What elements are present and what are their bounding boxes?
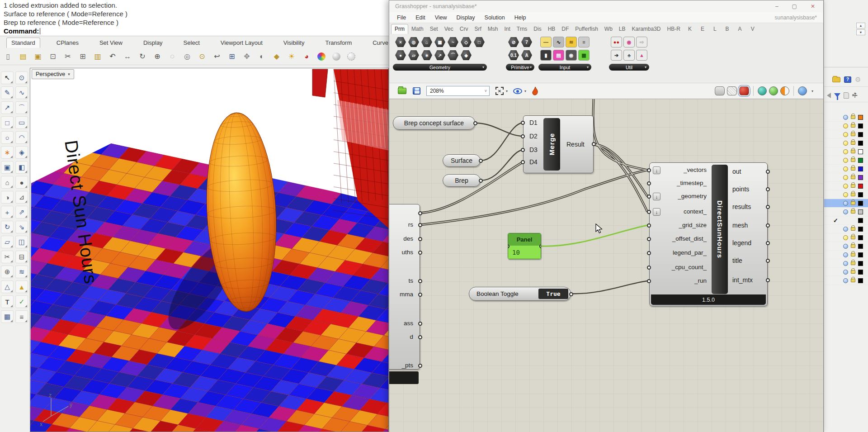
param-mesh-icon[interactable]: ∗ <box>421 50 433 61</box>
output-port[interactable] <box>418 322 422 326</box>
rebuild-icon[interactable]: ≋ <box>15 266 28 278</box>
pan-icon[interactable]: ↔ <box>122 51 133 62</box>
lock-objects-icon[interactable]: ◆ <box>271 51 282 62</box>
toolbar-tab-display[interactable]: Display <box>139 38 167 48</box>
param-circle-icon[interactable]: ◎ <box>408 37 420 47</box>
layer-color-swatch[interactable] <box>858 115 863 120</box>
layer-color-swatch[interactable] <box>858 141 863 146</box>
layer-color-swatch[interactable] <box>858 149 863 154</box>
toolbar-tab-transform[interactable]: Transform <box>321 38 356 48</box>
scroll-down-button[interactable]: ▼ <box>856 29 865 35</box>
display-shaded-icon[interactable] <box>739 86 749 95</box>
layer-row[interactable] <box>824 190 868 199</box>
merge-node[interactable]: Merge Result D1D2D3D4 <box>523 115 594 173</box>
layer-lock-icon[interactable] <box>851 124 855 128</box>
layer-lock-icon[interactable] <box>851 158 855 162</box>
new-layer-icon[interactable] <box>844 92 849 99</box>
relay-dark-icon[interactable]: ➔ <box>611 50 622 61</box>
layer-visibility-bulb-icon[interactable] <box>843 201 848 206</box>
output-port[interactable] <box>418 279 422 283</box>
text-icon[interactable]: T <box>1 295 14 308</box>
gh-tab-df[interactable]: DF <box>558 24 572 34</box>
expand-arrow-icon[interactable]: ↓ <box>653 208 660 216</box>
trim-icon[interactable]: ✂ <box>1 251 14 263</box>
expand-arrow-icon[interactable]: ↓ <box>653 166 660 174</box>
param-twisted-box-icon[interactable]: □ <box>473 37 485 47</box>
layer-row[interactable] <box>824 156 868 165</box>
toolbar-tab-standard[interactable]: Standard <box>6 38 40 48</box>
toolbar-tab-select[interactable]: Select <box>179 38 204 48</box>
input-port[interactable] <box>647 168 651 172</box>
layer-lock-icon[interactable] <box>851 115 855 119</box>
sphere-icon[interactable]: ● <box>15 176 28 189</box>
plane-icon[interactable]: ▭ <box>15 116 28 129</box>
gh-tab-crv[interactable]: Crv <box>457 24 472 34</box>
layer-row[interactable] <box>824 182 868 190</box>
direct-sun-hours-node[interactable]: DirectSunHours _vectors↓_timestep__geome… <box>649 162 768 306</box>
output-port[interactable] <box>766 187 770 191</box>
layer-row[interactable] <box>824 208 868 216</box>
back-icon[interactable] <box>827 93 831 98</box>
data-dam-icon[interactable]: ◉ <box>623 37 635 47</box>
layer-visibility-bulb-icon[interactable] <box>843 115 848 120</box>
layer-visibility-bulb-icon[interactable] <box>843 209 848 214</box>
output-port[interactable] <box>418 223 422 227</box>
gh-tab-e[interactable]: E <box>696 24 709 34</box>
layer-row[interactable] <box>824 173 868 182</box>
layer-color-swatch[interactable] <box>858 235 863 240</box>
param-number-icon[interactable]: 7 <box>521 37 533 47</box>
output-port[interactable] <box>766 170 770 174</box>
gh-tab-lb[interactable]: LB <box>616 24 629 34</box>
layer-color-swatch[interactable] <box>858 175 863 180</box>
layer-lock-icon[interactable] <box>851 279 855 282</box>
loft-icon[interactable]: ◧ <box>15 161 28 174</box>
circle-icon[interactable]: ○ <box>1 131 14 144</box>
palette-group-label[interactable]: Geometry▾ <box>393 64 487 71</box>
freeform-curve-icon[interactable]: ∿ <box>15 86 28 99</box>
output-port[interactable] <box>418 335 422 339</box>
layer-lock-icon[interactable] <box>851 184 855 188</box>
menu-view[interactable]: View <box>435 14 447 21</box>
layer-color-swatch[interactable] <box>858 132 863 137</box>
copy-icon[interactable]: ⇗ <box>15 206 28 218</box>
gh-tab-msh[interactable]: Msh <box>485 24 501 34</box>
layer-visibility-bulb-icon[interactable] <box>843 244 848 249</box>
gh-tab-trns[interactable]: Trns <box>514 24 531 34</box>
gh-tab-a[interactable]: A <box>734 24 746 34</box>
layer-lock-icon[interactable] <box>851 261 855 265</box>
param-line-icon[interactable]: ~ <box>447 37 459 47</box>
layer-row[interactable] <box>824 242 868 251</box>
layer-visibility-bulb-icon[interactable] <box>843 192 848 197</box>
zoom-extents-icon[interactable]: ✕ <box>495 87 504 95</box>
layer-color-swatch[interactable] <box>858 244 863 249</box>
panel-icon[interactable]: ▮ <box>540 50 552 61</box>
layer-color-swatch[interactable] <box>858 201 863 206</box>
toggle-value[interactable]: True <box>538 289 568 299</box>
param-group-icon[interactable]: ▦ <box>434 37 446 47</box>
layer-lock-icon[interactable] <box>851 193 855 196</box>
perspective-viewport[interactable]: Perspective ▾ Direct Sun Hours z y x <box>30 68 389 432</box>
param-vector-icon[interactable]: ↗ <box>434 50 446 61</box>
gh-tab-wb[interactable]: Wb <box>601 24 616 34</box>
input-port[interactable] <box>647 195 651 199</box>
param-geometry-icon[interactable]: ● <box>395 50 406 61</box>
input-port[interactable] <box>647 181 651 185</box>
layer-lock-icon[interactable] <box>851 270 855 274</box>
tree-branch-icon[interactable]: ♣ <box>623 50 635 61</box>
chevron-down-icon[interactable]: ▾ <box>506 89 508 93</box>
grasshopper-canvas[interactable]: rsdesuthstsmmaassd_pts Brep concept surf… <box>389 99 823 432</box>
zoom-dynamic-icon[interactable]: ⊕ <box>152 51 163 62</box>
gh-tab-karamba3d[interactable]: Karamba3D <box>629 24 664 34</box>
knob-icon[interactable]: ◉ <box>566 50 577 61</box>
sun-path-node-clipped[interactable]: rsdesuthstsmmaassd_pts <box>389 204 420 385</box>
wireframe-sphere-icon[interactable] <box>347 52 355 61</box>
layer-color-swatch[interactable] <box>858 270 863 275</box>
output-port[interactable] <box>766 241 770 245</box>
layer-color-swatch[interactable] <box>858 192 863 197</box>
input-port[interactable] <box>521 148 525 152</box>
colour-wheel-icon[interactable] <box>317 52 326 61</box>
value-list-icon[interactable]: ▤ <box>553 50 564 61</box>
render-icon[interactable]: ◕ <box>301 51 312 62</box>
palette-group-label[interactable]: Primitive▾ <box>506 64 534 71</box>
gh-tab-k[interactable]: K <box>684 24 696 34</box>
